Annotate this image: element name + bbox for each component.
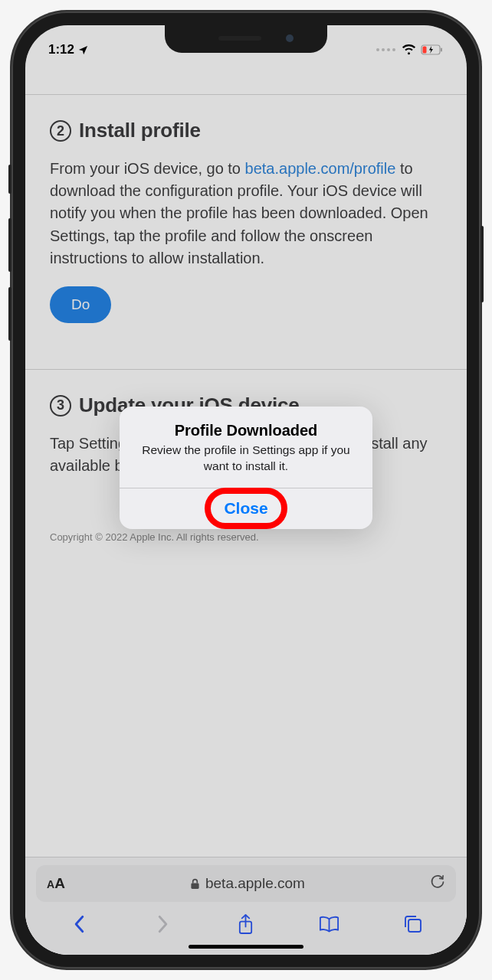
share-icon	[237, 913, 254, 936]
power-button	[481, 226, 484, 302]
url-display: beta.apple.com	[190, 875, 305, 892]
step2-text: From your iOS device, go to beta.apple.c…	[50, 158, 442, 270]
svg-rect-3	[191, 883, 198, 888]
copyright-text: Copyright © 2022 Apple Inc. All rights r…	[50, 531, 442, 545]
alert-message: Review the profile in Settings app if yo…	[133, 443, 359, 474]
step2-title: Install profile	[79, 116, 201, 145]
tabs-button[interactable]	[395, 914, 431, 934]
profile-downloaded-alert: Profile Downloaded Review the profile in…	[120, 407, 372, 529]
forward-button	[145, 914, 180, 934]
wifi-icon	[402, 44, 416, 55]
battery-low-charging-icon	[421, 44, 444, 55]
screen: 1:12 2 Install profile From your iOS dev…	[25, 25, 467, 955]
profile-link[interactable]: beta.apple.com/profile	[245, 160, 396, 177]
side-button	[8, 165, 11, 194]
tabs-icon	[403, 914, 423, 934]
alert-title: Profile Downloaded	[133, 422, 359, 439]
svg-rect-5	[408, 920, 421, 932]
chevron-right-icon	[156, 914, 169, 934]
svg-rect-2	[441, 48, 442, 52]
location-icon	[77, 44, 89, 56]
safari-bottom-bar: AA beta.apple.com	[25, 857, 467, 955]
home-indicator[interactable]	[189, 945, 303, 949]
volume-up-button	[8, 218, 11, 272]
step2-heading: 2 Install profile	[50, 116, 442, 145]
back-button[interactable]	[61, 914, 97, 934]
volume-down-button	[8, 287, 11, 341]
step-number-icon: 3	[50, 395, 71, 416]
url-domain: beta.apple.com	[205, 875, 305, 892]
url-bar[interactable]: AA beta.apple.com	[36, 865, 456, 902]
status-time: 1:12	[48, 42, 74, 57]
share-button[interactable]	[228, 913, 264, 936]
status-left: 1:12	[48, 42, 89, 57]
reload-icon	[430, 874, 445, 890]
close-button[interactable]: Close	[120, 488, 372, 529]
download-profile-button[interactable]: Do	[50, 286, 111, 323]
chevron-left-icon	[73, 914, 86, 934]
lock-icon	[190, 878, 200, 890]
svg-rect-1	[423, 47, 427, 54]
reload-button[interactable]	[430, 874, 445, 893]
page-dots-icon	[376, 48, 395, 51]
step-number-icon: 2	[50, 120, 71, 142]
text-size-button[interactable]: AA	[47, 875, 65, 892]
bookmarks-button[interactable]	[312, 915, 347, 933]
iphone-frame: 1:12 2 Install profile From your iOS dev…	[11, 11, 481, 969]
callout-highlight-icon	[205, 488, 287, 529]
notch	[165, 25, 327, 53]
status-right	[376, 44, 444, 55]
divider	[25, 94, 467, 95]
divider	[25, 369, 467, 370]
book-icon	[318, 915, 340, 933]
safari-toolbar	[25, 902, 467, 946]
